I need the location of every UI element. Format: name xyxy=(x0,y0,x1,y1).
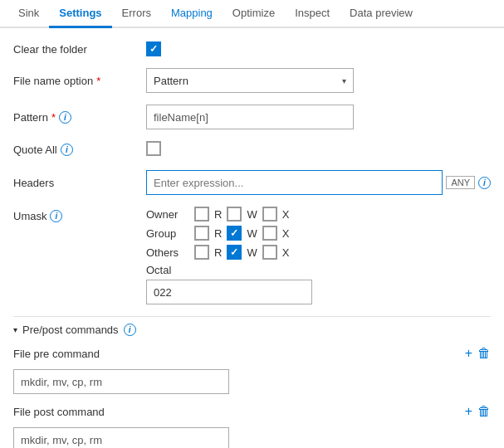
umask-w-label-0: W xyxy=(247,208,257,221)
file-post-command-delete-button[interactable]: 🗑 xyxy=(477,404,491,419)
pattern-label: Pattern * i xyxy=(13,111,146,124)
clear-folder-control xyxy=(146,41,491,56)
file-post-command-label: File post command xyxy=(13,406,146,418)
quote-all-row: Quote All i xyxy=(13,141,491,158)
umask-x-label-0: X xyxy=(282,208,290,221)
file-pre-command-row: File pre command + 🗑 xyxy=(13,346,491,361)
quote-all-info-icon[interactable]: i xyxy=(61,144,73,156)
umask-owner-r[interactable] xyxy=(194,207,209,222)
umask-group-row: Group R W X xyxy=(146,226,491,241)
umask-group-x[interactable] xyxy=(262,226,277,241)
umask-others-row: Others R W X xyxy=(146,245,491,260)
plus-icon: + xyxy=(465,346,472,360)
tab-settings[interactable]: Settings xyxy=(49,0,111,28)
quote-all-control xyxy=(146,141,491,158)
tab-bar: Sink Settings Errors Mapping Optimize In… xyxy=(0,0,504,28)
umask-w-label-1: W xyxy=(247,227,257,240)
file-post-command-actions: + 🗑 xyxy=(465,404,491,419)
headers-row: Headers ANY i xyxy=(13,170,491,195)
file-post-command-input-row xyxy=(13,427,491,448)
pre-post-commands-header[interactable]: ▾ Pre/post commands i xyxy=(13,324,491,336)
chevron-down-icon: ▾ xyxy=(342,76,346,85)
pre-post-info-icon[interactable]: i xyxy=(124,324,136,336)
octal-input[interactable] xyxy=(146,280,312,304)
file-name-option-row: File name option * Pattern ▾ xyxy=(13,68,491,93)
tab-inspect[interactable]: Inspect xyxy=(285,0,340,28)
trash-icon-post: 🗑 xyxy=(477,404,491,418)
umask-control: Owner R W X Group R W X Others xyxy=(146,207,491,304)
umask-w-label-2: W xyxy=(247,246,257,259)
pattern-row: Pattern * i xyxy=(13,105,491,129)
umask-info-icon[interactable]: i xyxy=(50,210,62,222)
umask-others-label: Others xyxy=(146,246,189,259)
file-post-command-add-button[interactable]: + xyxy=(465,404,472,419)
umask-others-x[interactable] xyxy=(262,245,277,260)
divider-1 xyxy=(13,316,491,317)
umask-x-label-1: X xyxy=(282,227,290,240)
pattern-input[interactable] xyxy=(146,105,354,129)
file-name-option-value: Pattern xyxy=(154,75,188,87)
tab-data-preview[interactable]: Data preview xyxy=(340,0,423,28)
tab-sink[interactable]: Sink xyxy=(8,0,49,28)
umask-owner-x[interactable] xyxy=(262,207,277,222)
pattern-info-icon[interactable]: i xyxy=(59,111,71,124)
tab-errors[interactable]: Errors xyxy=(112,0,161,28)
file-post-command-input[interactable] xyxy=(13,427,229,448)
chevron-collapse-icon: ▾ xyxy=(13,325,17,334)
headers-input[interactable] xyxy=(146,170,443,195)
file-pre-command-delete-button[interactable]: 🗑 xyxy=(477,346,491,361)
plus-icon-post: + xyxy=(465,404,472,418)
umask-owner-label: Owner xyxy=(146,208,189,221)
file-pre-command-add-button[interactable]: + xyxy=(465,346,472,361)
pattern-control xyxy=(146,105,491,129)
file-pre-command-input-row xyxy=(13,369,491,394)
clear-folder-checkbox[interactable] xyxy=(146,41,161,56)
umask-group-r[interactable] xyxy=(194,226,209,241)
umask-r-label-2: R xyxy=(214,246,222,259)
any-badge: ANY xyxy=(446,176,475,189)
umask-label: Umask i xyxy=(13,207,146,222)
pre-post-label: Pre/post commands xyxy=(22,324,119,336)
pattern-required: * xyxy=(51,111,56,124)
umask-owner-row: Owner R W X xyxy=(146,207,491,222)
file-pre-command-input[interactable] xyxy=(13,369,229,394)
octal-label: Octal xyxy=(146,264,491,276)
umask-x-label-2: X xyxy=(282,246,290,259)
umask-group-label: Group xyxy=(146,227,189,240)
headers-expression-row: ANY i xyxy=(146,170,491,195)
settings-content: Clear the folder File name option * Patt… xyxy=(0,28,504,448)
trash-icon: 🗑 xyxy=(477,346,491,360)
file-name-option-select[interactable]: Pattern ▾ xyxy=(146,68,354,93)
tab-mapping[interactable]: Mapping xyxy=(161,0,223,28)
file-post-command-row: File post command + 🗑 xyxy=(13,404,491,419)
quote-all-label: Quote All i xyxy=(13,144,146,156)
umask-r-label-0: R xyxy=(214,208,222,221)
clear-folder-label: Clear the folder xyxy=(13,43,146,56)
headers-control: ANY i xyxy=(146,170,491,195)
file-name-option-label: File name option * xyxy=(13,75,146,87)
file-pre-command-actions: + 🗑 xyxy=(465,346,491,361)
umask-row: Umask i Owner R W X Group R W X xyxy=(13,207,491,304)
umask-group-w[interactable] xyxy=(227,226,242,241)
required-marker: * xyxy=(96,75,100,87)
quote-all-checkbox[interactable] xyxy=(146,141,161,156)
octal-section: Octal xyxy=(146,264,491,304)
headers-info-icon[interactable]: i xyxy=(478,177,491,189)
file-name-option-control: Pattern ▾ xyxy=(146,68,491,93)
umask-r-label-1: R xyxy=(214,227,222,240)
clear-folder-row: Clear the folder xyxy=(13,41,491,56)
umask-others-r[interactable] xyxy=(194,245,209,260)
octal-input-wrapper xyxy=(146,280,491,304)
headers-label: Headers xyxy=(13,177,146,189)
file-pre-command-label: File pre command xyxy=(13,348,146,360)
umask-others-w[interactable] xyxy=(227,245,242,260)
umask-owner-w[interactable] xyxy=(227,207,242,222)
tab-optimize[interactable]: Optimize xyxy=(223,0,285,28)
